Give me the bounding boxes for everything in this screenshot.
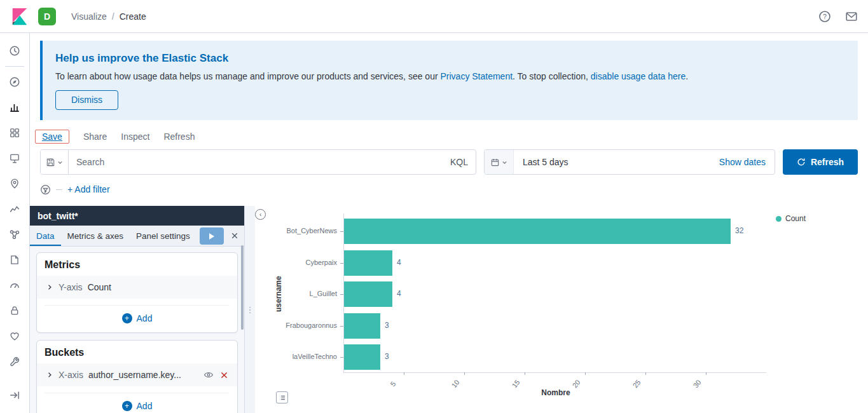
metrics-title: Metrics — [45, 259, 230, 271]
maps-pin-icon[interactable] — [2, 171, 27, 196]
tab-metrics-axes[interactable]: Metrics & axes — [61, 226, 130, 246]
bar-value-label: 3 — [385, 352, 389, 362]
index-pattern-header: bot_twitt* — [30, 206, 244, 226]
usage-data-banner: Help us improve the Elastic Stack To lea… — [40, 41, 858, 120]
banner-text-before: To learn about how usage data helps us m… — [55, 71, 440, 81]
canvas-easel-icon[interactable] — [2, 146, 27, 171]
bar-Cyberpaix[interactable] — [344, 250, 392, 276]
rail-divider — [5, 66, 24, 67]
filter-options-icon[interactable] — [40, 184, 51, 195]
add-filter-button[interactable]: + Add filter — [67, 184, 110, 194]
dev-tools-wrench-icon[interactable] — [2, 349, 27, 374]
breadcrumb-create: Create — [120, 11, 146, 22]
visualize-chart-icon[interactable] — [2, 95, 27, 120]
x-axis-label: X-axis — [59, 370, 83, 380]
bar-L_Guillet[interactable] — [344, 281, 392, 307]
x-tick-label: 10 — [450, 378, 461, 389]
add-bucket-button[interactable]: + Add — [45, 393, 230, 413]
recently-viewed-clock-icon[interactable] — [2, 38, 27, 64]
add-bucket-label: Add — [137, 401, 153, 411]
legend-toggle-button[interactable] — [276, 391, 288, 403]
metrics-card: Metrics Y-axis Count + Add — [36, 252, 238, 333]
dashboard-grid-icon[interactable] — [2, 120, 27, 146]
kibana-logo[interactable] — [10, 7, 29, 26]
x-axis-line — [343, 372, 766, 373]
save-button[interactable]: Save — [42, 132, 62, 142]
visualize-workspace: bot_twitt* Data Metrics & axes Panel set… — [30, 206, 868, 413]
breadcrumb: Visualize / Create — [71, 11, 146, 22]
search-input[interactable] — [69, 150, 443, 174]
saved-query-button[interactable] — [41, 150, 69, 174]
eye-icon[interactable] — [203, 370, 214, 380]
filter-bar: + Add filter — [30, 180, 868, 198]
add-metric-label: Add — [137, 313, 153, 323]
show-dates-button[interactable]: Show dates — [719, 157, 766, 167]
editor-tabs: Data Metrics & axes Panel settings — [30, 226, 244, 247]
uptime-heart-icon[interactable] — [2, 323, 27, 349]
chart-region: ‹ Count username Bot_CyberNews32Cyberpai… — [255, 206, 868, 413]
newsfeed-mail-icon[interactable] — [845, 10, 858, 23]
disable-usage-data-link[interactable]: disable usage data here — [591, 71, 685, 81]
app-navigation-rail — [0, 33, 30, 413]
x-tick-label: 20 — [571, 378, 582, 389]
category-tick — [340, 357, 343, 358]
collapse-panel-icon[interactable]: ‹ — [255, 209, 266, 220]
chart-plot: Bot_CyberNews32Cyberpaix4L_Guillet4Frabo… — [255, 206, 868, 413]
x-tick-label: 15 — [511, 378, 521, 389]
refresh-button-label: Refresh — [811, 157, 844, 167]
x-axis-tick — [585, 372, 586, 375]
category-label: Frabougaronnus — [255, 321, 337, 330]
time-range-value[interactable]: Last 5 days — [523, 157, 568, 167]
collapse-nav-icon[interactable] — [2, 383, 27, 408]
editor-scrollbar[interactable] — [241, 245, 244, 330]
dismiss-button[interactable]: Dismiss — [55, 90, 118, 110]
banner-text-after: . — [685, 71, 688, 81]
tab-panel-settings[interactable]: Panel settings — [130, 226, 196, 246]
share-button[interactable]: Share — [83, 132, 107, 142]
help-icon[interactable]: ? — [818, 10, 831, 23]
buckets-card: Buckets X-axis author_username.key... + — [36, 340, 238, 413]
security-lock-icon[interactable] — [2, 298, 27, 323]
category-tick — [340, 294, 343, 295]
remove-bucket-icon[interactable] — [220, 371, 228, 379]
x-axis-agg-row[interactable]: X-axis author_username.key... — [37, 363, 237, 386]
breadcrumb-visualize[interactable]: Visualize — [71, 11, 107, 22]
calendar-icon — [490, 158, 500, 167]
save-highlight-box: Save — [35, 130, 69, 144]
apply-changes-button[interactable] — [200, 227, 224, 245]
graph-network-icon[interactable] — [2, 222, 27, 247]
x-axis-tick — [525, 372, 525, 375]
bar-laVeilleTechno[interactable] — [344, 344, 380, 370]
refresh-button[interactable]: Refresh — [783, 149, 858, 175]
chevron-right-icon — [46, 371, 53, 379]
x-axis-tick — [706, 372, 706, 375]
kql-button[interactable]: KQL — [443, 150, 476, 174]
y-axis-agg-row[interactable]: Y-axis Count — [37, 276, 237, 299]
bar-value-label: 4 — [397, 258, 401, 267]
add-metric-button[interactable]: + Add — [45, 305, 230, 328]
tab-data[interactable]: Data — [30, 226, 61, 246]
y-axis-label: Y-axis — [59, 282, 83, 292]
discard-changes-button[interactable] — [225, 226, 244, 246]
discover-compass-icon[interactable] — [2, 69, 27, 95]
machine-learning-icon[interactable] — [2, 196, 27, 222]
bar-Bot_CyberNews[interactable] — [344, 219, 731, 244]
saved-objects-document-icon[interactable] — [2, 247, 27, 273]
x-axis-tick — [464, 372, 465, 375]
metrics-gauge-icon[interactable] — [2, 273, 27, 298]
privacy-statement-link[interactable]: Privacy Statement — [440, 71, 513, 81]
date-picker: Last 5 days Show dates — [484, 149, 775, 175]
editor-body: Metrics Y-axis Count + Add Bucke — [30, 247, 244, 413]
chevron-down-icon — [57, 159, 63, 165]
filter-divider — [56, 189, 62, 190]
calendar-button[interactable] — [485, 150, 514, 174]
bar-Frabougaronnus[interactable] — [344, 313, 380, 339]
panel-resize-handle[interactable]: ⋮ — [245, 206, 255, 413]
chart-legend[interactable]: Count — [776, 214, 806, 223]
y-axis-value: Count — [88, 282, 111, 292]
inspect-button[interactable]: Inspect — [121, 132, 149, 142]
refresh-link[interactable]: Refresh — [163, 132, 195, 142]
space-avatar[interactable]: D — [38, 8, 56, 25]
plus-icon: + — [122, 401, 132, 411]
close-icon — [231, 232, 238, 240]
